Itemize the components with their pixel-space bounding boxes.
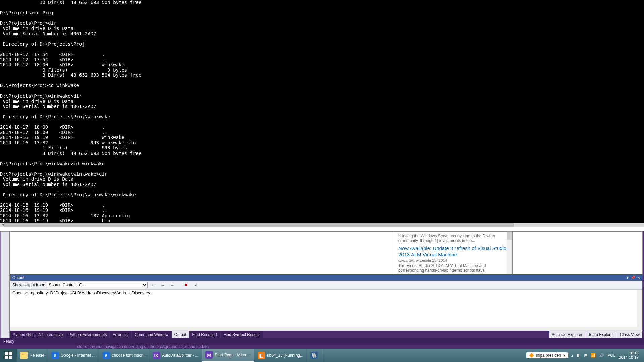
taskbar-item-label: Google - Internet ...: [61, 353, 95, 358]
toggle-wrap-icon[interactable]: ↲: [192, 282, 199, 288]
vs-start-page-main[interactable]: [10, 231, 394, 274]
output-text-area[interactable]: Opening repository: D:\Projects\GLB\Addr…: [10, 290, 642, 327]
search-flag-icon: 🔶: [529, 353, 534, 358]
output-title-text: Output: [12, 275, 625, 280]
search-text: nflpa presiden: [536, 353, 561, 358]
command-prompt[interactable]: 10 Dir(s) 48 652 693 504 bytes free D:\P…: [0, 0, 644, 223]
feed-article-desc: The Visual Studio 2013 ALM Virtual Machi…: [398, 263, 508, 273]
bottom-tab[interactable]: Output: [172, 331, 189, 338]
tray-flag-icon[interactable]: ⚑: [584, 353, 587, 358]
taskbar-item-icon: e: [102, 352, 110, 359]
taskbar-item[interactable]: echoose font color...: [99, 349, 149, 362]
tray-network-icon[interactable]: 📶: [591, 353, 596, 358]
output-panel: Output ▾ 📌 ✕ Show output from: Source Co…: [10, 274, 643, 331]
tray-icon-1[interactable]: ◧: [577, 353, 580, 358]
vs-announcements-panel[interactable]: bringing the Windows Server ecosystem to…: [394, 231, 513, 274]
dropdown-icon[interactable]: ▾: [627, 276, 629, 280]
taskbar-item-icon: e: [51, 352, 59, 359]
visual-studio-window: bringing the Windows Server ecosystem to…: [0, 231, 644, 362]
taskbar-item-icon: ⋈: [205, 351, 213, 359]
output-titlebar[interactable]: Output ▾ 📌 ✕: [10, 275, 642, 281]
output-line: Opening repository: D:\Projects\GLB\Addr…: [12, 291, 151, 295]
toolbar-btn-1[interactable]: ⇤: [150, 282, 157, 288]
show-output-from-select[interactable]: Source Control - Git: [47, 282, 148, 288]
background-text-fragment: olor of the side navigation depending on…: [77, 344, 209, 349]
taskbar-item-icon: ◧: [258, 352, 265, 359]
vs-bottom-tabs: Python 64-bit 2.7 InteractivePython Envi…: [10, 331, 643, 338]
system-tray[interactable]: 🔶 nflpa presiden ▾ ▴ ◧ ⚑ 📶 🔊 POL 18:18 2…: [523, 351, 644, 360]
output-hscrollbar[interactable]: [10, 327, 642, 331]
start-button[interactable]: [0, 349, 17, 362]
bottom-tab[interactable]: Find Symbol Results: [221, 331, 263, 338]
taskbar-item[interactable]: ⋈Start Page - Micro...: [202, 349, 254, 362]
terminal-hscrollbar[interactable]: [0, 223, 644, 227]
side-tab[interactable]: Solution Explorer: [549, 331, 585, 338]
taskbar-item-label: Start Page - Micro...: [215, 353, 251, 357]
taskbar-item[interactable]: eGoogle - Internet ...: [48, 349, 99, 362]
feed-article-link[interactable]: Now Available: Update 3 refresh of Visua…: [398, 245, 508, 258]
bottom-tab[interactable]: Python Environments: [66, 331, 109, 338]
feed-prev-desc: bringing the Windows Server ecosystem to…: [398, 234, 508, 243]
bottom-tab[interactable]: Command Window: [132, 331, 171, 338]
taskbar-item-label: choose font color...: [112, 353, 146, 358]
taskbar-item-label: AutoDataSplitter - ...: [162, 353, 198, 358]
output-toolbar: Show output from: Source Control - Git ⇤…: [10, 281, 642, 290]
windows-taskbar: 📁ReleaseeGoogle - Internet ...echoose fo…: [0, 349, 644, 362]
toolbar-btn-3[interactable]: ≣: [168, 282, 176, 288]
vs-left-gutter[interactable]: [0, 231, 10, 338]
output-vscrollbar[interactable]: [637, 290, 642, 327]
tray-lang[interactable]: POL: [607, 353, 615, 358]
pin-icon[interactable]: 📌: [631, 276, 635, 280]
clock-date: 2014-10-17: [619, 355, 639, 360]
vs-right-panel[interactable]: [513, 231, 643, 274]
side-tab[interactable]: Team Explorer: [585, 331, 616, 338]
clock-time: 18:18: [619, 351, 639, 355]
tray-up-icon[interactable]: ▴: [571, 353, 573, 358]
search-dropdown-icon[interactable]: ▾: [563, 353, 565, 358]
taskbar-item[interactable]: 🐘: [307, 349, 323, 362]
taskbar-item-label: ub64_13 [Running...: [267, 353, 303, 358]
feed-scrollbar[interactable]: [507, 232, 512, 274]
taskbar-item-label: Release: [30, 353, 44, 358]
taskbar-item-icon: 🐘: [310, 352, 318, 359]
window-gap: [0, 227, 644, 231]
taskbar-item[interactable]: ◧ub64_13 [Running...: [254, 349, 307, 362]
vs-status-bar: Ready: [0, 338, 644, 345]
clear-all-icon[interactable]: ✖: [182, 282, 190, 288]
taskbar-item-icon: 📁: [20, 352, 28, 359]
close-icon[interactable]: ✕: [637, 276, 640, 280]
windows-logo-icon: [5, 352, 12, 359]
show-output-from-label: Show output from:: [12, 283, 45, 287]
taskbar-search[interactable]: 🔶 nflpa presiden ▾: [526, 352, 568, 358]
taskbar-item[interactable]: ⋈AutoDataSplitter - ...: [149, 349, 202, 362]
taskbar-item-icon: ⋈: [153, 352, 160, 359]
bottom-tab[interactable]: Python 64-bit 2.7 Interactive: [10, 331, 65, 338]
feed-article-date: czwartek, września 25, 2014: [398, 258, 508, 262]
taskbar-item[interactable]: 📁Release: [17, 349, 48, 362]
status-text: Ready: [3, 339, 14, 344]
bottom-tab[interactable]: Find Results 1: [190, 331, 221, 338]
taskbar-clock[interactable]: 18:18 2014-10-17: [619, 351, 641, 360]
toolbar-btn-2[interactable]: ≣: [159, 282, 166, 288]
tray-volume-icon[interactable]: 🔊: [599, 353, 604, 358]
side-tab[interactable]: Class View: [617, 331, 642, 338]
bottom-tab[interactable]: Error List: [110, 331, 131, 338]
